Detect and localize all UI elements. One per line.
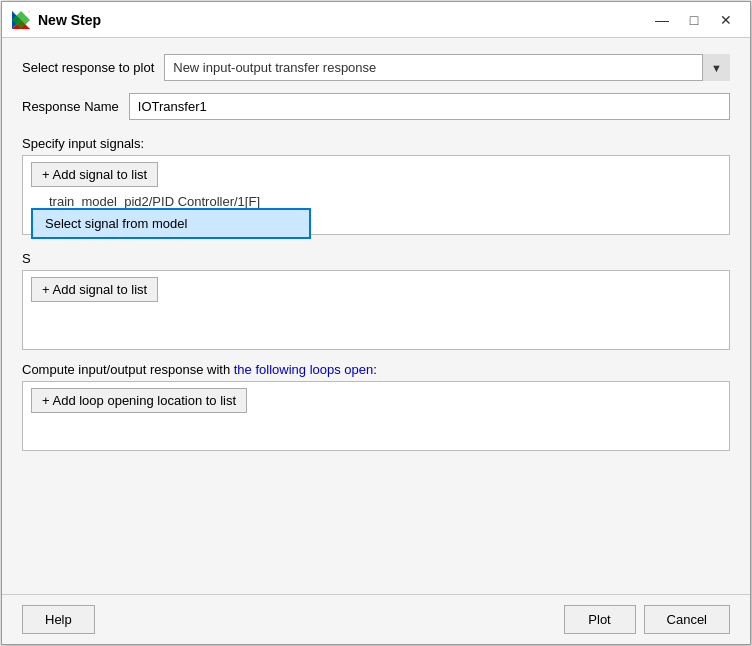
response-name-label: Response Name: [22, 99, 119, 114]
title-controls: — □ ✕: [648, 9, 740, 31]
add-output-signal-button[interactable]: + Add signal to list: [31, 277, 158, 302]
output-signals-section: S + Add signal to list: [22, 251, 730, 350]
loops-section: Compute input/output response with the f…: [22, 362, 730, 451]
add-loop-location-label: + Add loop opening location to list: [42, 393, 236, 408]
input-signals-section: Specify input signals: + Add signal to l…: [22, 136, 730, 235]
response-name-input[interactable]: [129, 93, 730, 120]
add-output-signal-label: + Add signal to list: [42, 282, 147, 297]
loops-box: + Add loop opening location to list: [22, 381, 730, 451]
cancel-button[interactable]: Cancel: [644, 605, 730, 634]
loops-label-part2: the following loops open: [234, 362, 374, 377]
window-title: New Step: [38, 12, 101, 28]
select-response-wrapper: New input-output transfer response ▼: [164, 54, 730, 81]
add-loop-location-button[interactable]: + Add loop opening location to list: [31, 388, 247, 413]
close-button[interactable]: ✕: [712, 9, 740, 31]
select-response-label: Select response to plot: [22, 60, 154, 75]
select-response-row: Select response to plot New input-output…: [22, 54, 730, 81]
minimize-button[interactable]: —: [648, 9, 676, 31]
dialog-footer: Help Plot Cancel: [2, 594, 750, 644]
dialog-content: Select response to plot New input-output…: [2, 38, 750, 594]
maximize-button[interactable]: □: [680, 9, 708, 31]
loops-label: Compute input/output response with the f…: [22, 362, 730, 377]
output-signals-label: S: [22, 251, 730, 266]
select-response-dropdown[interactable]: New input-output transfer response: [164, 54, 730, 81]
title-bar: New Step — □ ✕: [2, 2, 750, 38]
select-signal-from-model-item[interactable]: Select signal from model: [33, 210, 309, 237]
plot-button[interactable]: Plot: [564, 605, 636, 634]
signal-dropdown-menu: Select signal from model: [31, 208, 311, 239]
help-button[interactable]: Help: [22, 605, 95, 634]
matlab-icon: [12, 11, 30, 29]
title-bar-left: New Step: [12, 11, 101, 29]
input-signals-box: + Add signal to list train_model_pid2/PI…: [22, 155, 730, 235]
response-name-row: Response Name: [22, 93, 730, 120]
loops-label-part1: Compute input/output response with: [22, 362, 234, 377]
add-input-signal-label: + Add signal to list: [42, 167, 147, 182]
footer-right-buttons: Plot Cancel: [564, 605, 730, 634]
loops-label-part3: :: [373, 362, 377, 377]
new-step-window: New Step — □ ✕ Select response to plot N…: [1, 1, 751, 645]
input-signals-label: Specify input signals:: [22, 136, 730, 151]
output-signals-box: + Add signal to list: [22, 270, 730, 350]
add-input-signal-button[interactable]: + Add signal to list: [31, 162, 158, 187]
